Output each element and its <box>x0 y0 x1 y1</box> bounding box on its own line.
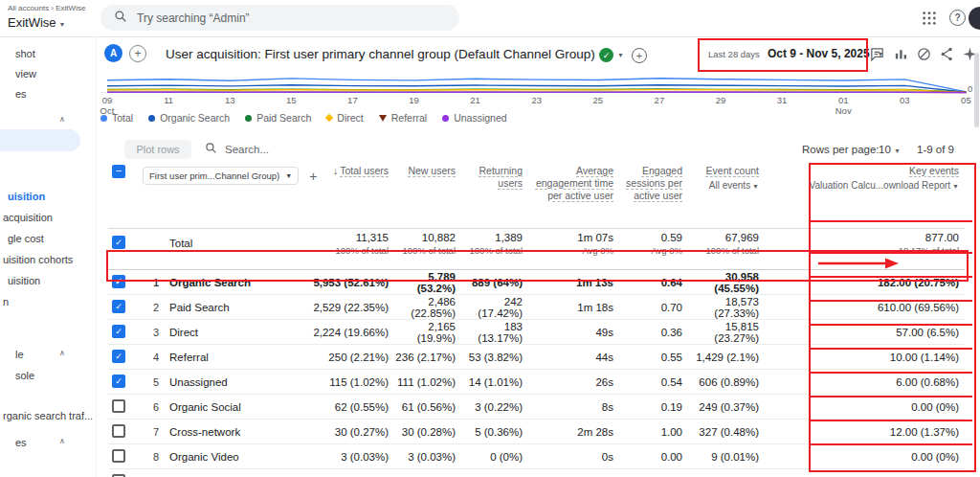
sidebar-item-fragment[interactable]: acquisition <box>3 212 53 223</box>
sidebar-item-fragment[interactable]: gle cost <box>8 233 44 244</box>
account-switcher[interactable]: ExitWise▼ <box>8 15 66 30</box>
metric-value: 15,815 (23.27%) <box>688 320 765 345</box>
metric-value: 3 (<0.01%) <box>688 469 765 477</box>
sidebar-item-fragment[interactable]: n <box>3 296 9 307</box>
sampling-icon[interactable] <box>916 46 933 63</box>
sidebar-item-fragment[interactable]: uisition <box>8 275 40 286</box>
sidebar-selected-pill[interactable] <box>0 129 80 151</box>
row-checkbox[interactable] <box>112 449 125 463</box>
collapse-chevron-icon[interactable]: ∧ <box>59 349 65 357</box>
metric-value: 2,165 (19.9%) <box>394 320 461 345</box>
column-subheader-dropdown[interactable]: Valuation Calcu...ownload Report ▼ <box>765 180 959 191</box>
data-quality-check-icon[interactable]: ✓ <box>599 48 613 62</box>
sidebar-item-fragment[interactable]: view <box>15 68 36 80</box>
row-checkbox[interactable] <box>112 275 125 288</box>
metric-value: 0.70 <box>619 295 688 320</box>
x-axis-tick: 03 <box>900 95 910 105</box>
sidebar-item-fragment[interactable]: rganic search traf... <box>3 410 93 421</box>
column-header[interactable]: New users <box>394 159 461 229</box>
collapse-chevron-icon[interactable]: ∧ <box>59 115 65 124</box>
metric-value: 3 (0.03%) <box>394 444 461 469</box>
row-checkbox[interactable] <box>112 300 125 313</box>
sidebar-item-fragment[interactable]: shot <box>15 48 35 59</box>
table-search[interactable]: Search... <box>205 142 269 156</box>
column-header[interactable]: Average engagement time per active user <box>528 159 619 229</box>
select-all-checkbox[interactable] <box>112 165 125 178</box>
sort-desc-icon: ↓ <box>333 165 338 176</box>
sidebar-item-fragment[interactable]: le <box>15 349 24 360</box>
chevron-down-icon: ▼ <box>750 183 759 190</box>
legend-item[interactable]: Organic Search <box>148 112 230 124</box>
column-header[interactable]: Returning users <box>461 159 528 229</box>
row-checkbox[interactable] <box>112 399 125 413</box>
legend-item[interactable]: Unassigned <box>442 112 506 124</box>
metric-value: 0.64 <box>619 270 688 295</box>
legend-item[interactable]: Direct <box>326 112 363 124</box>
metric-value: 250 (2.21%) <box>313 345 394 370</box>
rows-per-page-label: Rows per page: <box>802 144 880 155</box>
column-header[interactable]: Event countAll events ▼ <box>688 159 765 229</box>
dimension-dropdown[interactable]: First user prim...Channel Group)▼ <box>143 167 299 185</box>
add-report-button[interactable]: + <box>632 48 647 63</box>
row-checkbox[interactable] <box>112 424 125 438</box>
sidebar-item-fragment[interactable]: es <box>15 437 27 448</box>
row-checkbox[interactable] <box>112 350 125 363</box>
metric-value: 0.00 (0%) <box>765 444 965 469</box>
chart-line-organic-search <box>107 85 966 93</box>
row-checkbox[interactable] <box>112 375 125 388</box>
row-checkbox[interactable] <box>112 474 125 477</box>
sidebar-item-fragment[interactable]: es <box>15 88 27 100</box>
x-axis-tick: 11 <box>164 95 173 105</box>
totals-checkbox[interactable] <box>112 236 125 249</box>
chevron-down-icon[interactable]: ▼ <box>894 148 901 154</box>
metric-value: 1.00 <box>619 420 688 444</box>
table-row: 2Paid Search2,529 (22.35%)2,486 (22.85%)… <box>108 295 965 320</box>
x-axis-tick: 13 <box>225 95 235 105</box>
sidebar-item-fragment[interactable]: sole <box>15 370 34 381</box>
metric-value: 1m 18s <box>528 295 619 320</box>
share-icon[interactable] <box>939 46 956 63</box>
scrollbar-thumb[interactable] <box>974 53 979 127</box>
comparison-chip[interactable]: A <box>104 44 122 62</box>
feedback-icon[interactable] <box>869 46 886 63</box>
rows-per-page-value[interactable]: 10 <box>879 144 891 155</box>
legend-item[interactable]: Paid Search <box>245 112 311 124</box>
global-search-bar[interactable]: Try searching “Admin” <box>100 5 459 31</box>
channel-name: Organic Video <box>169 444 313 469</box>
sidebar-item-fragment[interactable]: uisition cohorts <box>3 254 73 265</box>
referral-marker-icon <box>379 115 387 122</box>
add-dimension-button[interactable]: + <box>309 169 317 184</box>
column-header[interactable]: Key eventsValuation Calcu...ownload Repo… <box>765 159 965 229</box>
row-checkbox[interactable] <box>112 325 125 338</box>
metric-value: 0.00 (0%) <box>765 395 965 420</box>
left-nav-sidebar: ∧ ∧ ∧ shotviewesuisitionacquisitiongle c… <box>0 36 97 477</box>
legend-item[interactable]: Referral <box>379 112 427 124</box>
column-header[interactable]: ↓Total users <box>313 159 394 229</box>
x-axis-tick: 29 <box>716 95 726 105</box>
metric-value: 49s <box>528 320 619 345</box>
date-range-selector[interactable]: Last 28 days Oct 9 - Nov 5, 2025 ▼ <box>708 43 884 64</box>
metric-value: 0.54 <box>619 370 688 395</box>
metric-value: 327 (0.48%) <box>688 420 765 444</box>
table-row: 5Unassigned115 (1.02%)111 (1.02%)14 (1.0… <box>108 370 965 395</box>
unassigned-marker-icon <box>442 115 449 122</box>
paid-search-marker-icon <box>245 115 252 122</box>
add-comparison-button[interactable]: + <box>129 45 146 62</box>
column-header[interactable]: Engaged sessions per active user <box>619 159 688 229</box>
apps-grid-icon[interactable] <box>922 11 937 30</box>
sidebar-item-fragment[interactable]: uisition <box>8 191 45 202</box>
chevron-down-icon[interactable]: ▼ <box>617 52 624 58</box>
table-row: 4Referral250 (2.21%)236 (2.17%)53 (3.82%… <box>108 345 965 370</box>
help-icon[interactable]: ? <box>949 10 966 26</box>
legend-item[interactable]: Total <box>100 112 133 124</box>
table-search-placeholder: Search... <box>225 144 269 155</box>
table-row: 1Organic Search5,953 (52.61%)5,789 (53.2… <box>108 270 965 295</box>
collapse-chevron-icon[interactable]: ∧ <box>59 437 65 445</box>
metric-value: 3 (0.22%) <box>461 395 528 420</box>
metric-value: 0.55 <box>619 345 688 370</box>
report-title: User acquisition: First user primary cha… <box>166 47 595 61</box>
avatar[interactable] <box>969 7 980 30</box>
compare-chart-icon[interactable] <box>893 46 910 63</box>
column-subheader-dropdown[interactable]: All events ▼ <box>688 180 759 191</box>
plot-rows-button[interactable]: Plot rows <box>124 140 191 159</box>
